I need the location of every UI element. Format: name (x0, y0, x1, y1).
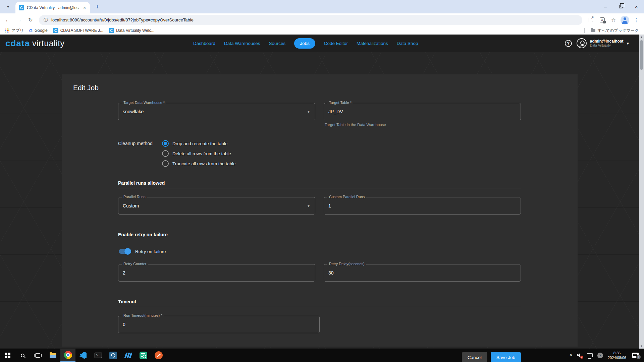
dropdown-caret-icon: ▼ (307, 204, 310, 208)
header-right: ? admin@localhost Data Virtuality ▾ (565, 38, 629, 48)
bookmark-label: Google (35, 28, 48, 33)
nav-sources[interactable]: Sources (269, 41, 286, 46)
help-icon[interactable]: ? (565, 40, 572, 47)
radio-truncate-all-rows[interactable]: Truncate all rows from the table (162, 160, 236, 167)
share-button[interactable] (586, 15, 596, 25)
chrome-taskbar-button[interactable] (60, 349, 75, 362)
field-label: Target Data Warehouse * (122, 101, 166, 105)
system-tray: ^ × × 8:36 2024/08/06 1 (570, 349, 644, 362)
target-data-warehouse-select[interactable]: Target Data Warehouse * snowflake ▼ (118, 103, 315, 120)
target-table-input[interactable]: Target Table * JP_DV (324, 103, 521, 120)
restore-button[interactable] (613, 0, 629, 13)
search-icon (21, 354, 24, 357)
timeout-section-header: Timeout (118, 299, 521, 307)
bookmark-data-virtuality[interactable]: C Data Virtuality Welc... (107, 27, 156, 34)
terminal-icon: >_ (95, 353, 102, 358)
clock-date: 2024/08/06 (608, 355, 626, 360)
taskbar-search-button[interactable] (15, 349, 30, 362)
all-bookmarks-button[interactable]: すべてのブックマーク (589, 27, 641, 34)
folder-icon (591, 29, 595, 32)
field-value: 1 (328, 203, 331, 208)
radio-label[interactable]: Delete all rows from the table (172, 151, 231, 156)
field-value: 0 (123, 322, 125, 327)
bookmark-apps[interactable]: アプリ (3, 27, 26, 34)
notification-center-button[interactable]: 1 (632, 353, 639, 358)
bookmark-google[interactable]: G Google (27, 27, 50, 34)
reload-button[interactable]: ↻ (25, 15, 36, 25)
logo-product: virtuality (32, 39, 65, 48)
field-label: Target Table * (327, 101, 353, 105)
browser-profile-button[interactable] (620, 15, 630, 25)
retry-toggle-label[interactable]: Retry on failure (135, 249, 166, 254)
radio-drop-recreate[interactable]: Drop and recreate the table (162, 140, 236, 147)
clock-time: 8:36 (608, 351, 626, 355)
forward-button[interactable]: → (14, 15, 24, 25)
dropdown-caret-icon: ▼ (307, 110, 310, 114)
field-value: 2 (123, 270, 125, 276)
task-view-button[interactable] (30, 349, 45, 362)
scroll-up-icon[interactable]: ▲ (639, 35, 644, 40)
new-tab-button[interactable]: + (93, 2, 102, 12)
terminal-taskbar-button[interactable]: >_ (91, 349, 106, 362)
radio-label[interactable]: Drop and recreate the table (172, 141, 227, 146)
nav-dashboard[interactable]: Dashboard (193, 41, 215, 46)
run-timeout-input[interactable]: Run Timeout(minutes) * 0 (118, 316, 320, 333)
page-scrollbar[interactable]: ▲ ▼ (639, 35, 644, 349)
page-info-icon[interactable]: ⓘ (44, 17, 48, 23)
custom-parallel-runs-input[interactable]: Custom Parallel Runs 1 (324, 197, 521, 215)
scroll-down-icon[interactable]: ▼ (639, 344, 644, 349)
window-controls: – × (598, 0, 644, 13)
browser-tab[interactable]: C CData Virtuality - admin@locall × (15, 2, 90, 13)
network-icon[interactable] (587, 353, 593, 357)
restore-icon (619, 5, 623, 8)
cdata-favicon-icon: C (19, 5, 24, 10)
url-bar[interactable]: ⓘ localhost:8080/account/#/u/0/jobs/edit… (39, 15, 582, 25)
nav-jobs[interactable]: Jobs (294, 38, 315, 49)
radio-icon[interactable] (162, 150, 169, 157)
back-button[interactable]: ← (3, 15, 13, 25)
retry-delay-input[interactable]: Retry Delay(seconds) 30 (324, 264, 521, 282)
volume-muted-icon[interactable]: × (577, 353, 582, 357)
radio-selected-icon[interactable] (162, 140, 169, 147)
retry-counter-input[interactable]: Retry Counter 2 (118, 264, 315, 282)
mute-badge: × (580, 356, 583, 359)
retry-on-failure-toggle[interactable] (119, 249, 130, 254)
app-viewport: cdata virtuality Dashboard Data Warehous… (0, 35, 644, 349)
radio-icon[interactable] (162, 160, 169, 167)
taskbar-clock[interactable]: 8:36 2024/08/06 (608, 351, 626, 360)
vscode-taskbar-button[interactable] (75, 349, 91, 362)
file-explorer-icon (50, 353, 56, 358)
close-window-button[interactable]: × (629, 0, 644, 13)
tray-expand-icon[interactable]: ^ (570, 353, 572, 358)
radio-label[interactable]: Truncate all rows from the table (172, 161, 236, 166)
minimize-button[interactable]: – (598, 0, 613, 13)
nav-code-editor[interactable]: Code Editor (324, 41, 348, 46)
user-menu[interactable]: admin@localhost Data Virtuality ▾ (577, 38, 629, 48)
nav-data-shop[interactable]: Data Shop (397, 41, 418, 46)
translate-icon: A (600, 17, 605, 22)
edit-job-card: Edit Job Target Data Warehouse * snowfla… (62, 74, 578, 347)
tab-close-icon[interactable]: × (82, 5, 87, 10)
cleanup-method-label: Cleanup method (118, 140, 162, 167)
tab-search-button[interactable]: ▾ (3, 2, 13, 11)
profile-avatar-icon (621, 16, 629, 24)
scrollbar-thumb[interactable] (640, 40, 643, 70)
app-header: cdata virtuality Dashboard Data Warehous… (0, 35, 644, 52)
cancel-button[interactable]: Cancel (462, 352, 487, 362)
all-bookmarks-label: すべてのブックマーク (597, 28, 639, 34)
cdata-virtuality-logo[interactable]: cdata virtuality (5, 38, 116, 49)
status-circle-x-icon[interactable]: × (597, 353, 603, 358)
field-value: 30 (328, 270, 334, 276)
file-explorer-button[interactable] (45, 349, 60, 362)
bookmark-cdata-software[interactable]: C CDATA SOFTWARE J... (51, 27, 105, 34)
save-job-button[interactable]: Save Job (491, 352, 521, 362)
start-button[interactable] (0, 349, 15, 362)
browser-menu-button[interactable]: ⋮ (631, 15, 641, 25)
field-value: JP_DV (328, 109, 343, 114)
translate-button[interactable]: A (597, 15, 607, 25)
nav-materializations[interactable]: Materializations (357, 41, 388, 46)
bookmark-star-button[interactable]: ☆ (608, 15, 619, 25)
nav-data-warehouses[interactable]: Data Warehouses (224, 41, 260, 46)
radio-delete-all-rows[interactable]: Delete all rows from the table (162, 150, 236, 157)
parallel-runs-select[interactable]: Parallel Runs Custom ▼ (118, 197, 315, 215)
